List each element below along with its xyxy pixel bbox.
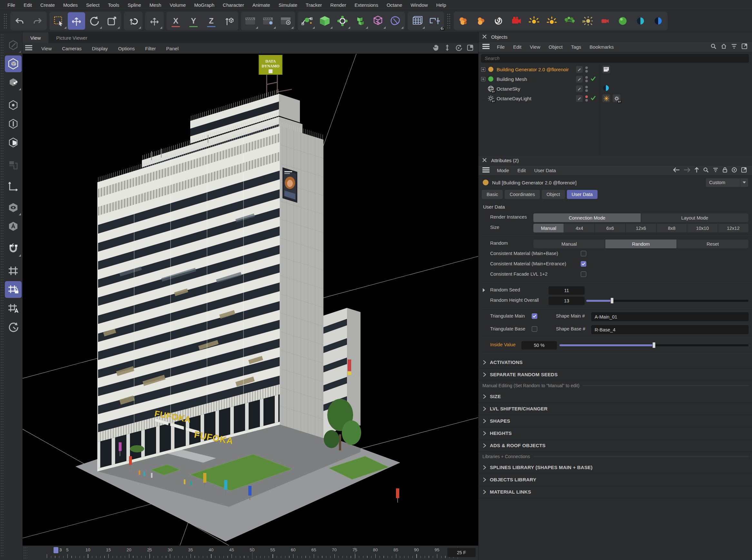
octane-restart-render-button[interactable] <box>472 12 490 29</box>
attributes-menu-item[interactable]: User Data <box>530 168 560 173</box>
menubar-item[interactable]: Create <box>36 2 59 8</box>
toolbar-grip[interactable] <box>3 14 7 28</box>
accordion-section[interactable]: ADS & ROOF OBJECTS <box>478 439 752 452</box>
tab-user-data[interactable]: User Data <box>567 190 597 199</box>
lock-y-axis-button[interactable]: Y <box>185 12 202 29</box>
menubar-item[interactable]: Select <box>82 2 104 8</box>
size-4x4-button[interactable]: 4x4 <box>564 224 594 233</box>
viewport-menu-item[interactable]: View <box>36 46 57 51</box>
enabled-check-icon[interactable] <box>590 96 596 102</box>
frame-field[interactable]: 25 F <box>447 548 476 557</box>
random-seed-input[interactable]: 11 <box>549 286 585 295</box>
object-name[interactable]: OctaneSky <box>497 86 520 92</box>
object-name[interactable]: Building Generator 2.0 @florenoir <box>497 67 569 72</box>
expand-icon[interactable] <box>481 77 485 81</box>
menubar-item[interactable]: File <box>3 2 19 8</box>
accordion-section[interactable]: MATERIAL LINKS <box>478 486 752 498</box>
objects-menu-item[interactable]: Bookmarks <box>585 44 618 49</box>
object-row-octanesky[interactable]: ST OctaneSky <box>478 84 752 94</box>
objects-hamburger-icon[interactable] <box>482 44 493 50</box>
tab-picture-viewer[interactable]: Picture Viewer <box>48 32 95 43</box>
layout-mode-button[interactable]: Layout Mode <box>641 214 749 222</box>
layer-edit-icon[interactable] <box>576 85 583 92</box>
random-height-input[interactable]: 13 <box>549 297 585 305</box>
fields-button[interactable] <box>387 12 404 29</box>
timeline[interactable]: 5101520253035404550556065707580859095100… <box>23 545 478 560</box>
menubar-item[interactable]: Edit <box>19 2 36 8</box>
tab-object[interactable]: Object <box>542 190 565 199</box>
layer-edit-icon[interactable] <box>576 66 583 73</box>
objects-menu-item[interactable]: View <box>526 44 544 49</box>
rail-grip[interactable] <box>1 34 4 558</box>
modeling-cluster-button[interactable] <box>334 12 351 29</box>
polygons-mode-button[interactable] <box>5 134 22 151</box>
add-cube-object-button[interactable] <box>316 12 333 29</box>
home-icon[interactable] <box>721 43 727 51</box>
viewport-menu-item[interactable]: Panel <box>161 46 183 51</box>
tweak-mode-button[interactable] <box>5 37 22 54</box>
filter-icon[interactable] <box>731 44 737 50</box>
last-tool-button[interactable] <box>124 12 142 29</box>
random-reset-button[interactable]: Reset <box>677 240 749 248</box>
menubar-item[interactable]: Modes <box>59 2 82 8</box>
search-icon[interactable] <box>703 167 709 174</box>
popout-icon[interactable] <box>741 167 747 174</box>
size-10x10-button[interactable]: 10x10 <box>687 224 717 233</box>
annotation-tag-icon[interactable] <box>602 65 610 73</box>
simulate-plane-button[interactable] <box>408 12 426 29</box>
accordion-section[interactable]: OBJECTS LIBRARY <box>478 474 752 486</box>
octane-livedb-button[interactable] <box>490 12 507 29</box>
octane-sun-button[interactable] <box>525 12 543 29</box>
visibility-dots[interactable] <box>585 66 588 73</box>
objects-menu-item[interactable]: Tags <box>567 44 586 49</box>
octane-material-button[interactable] <box>614 12 631 29</box>
lock-z-axis-button[interactable]: Z <box>202 12 220 29</box>
consistent-facade-checkbox[interactable] <box>581 272 586 277</box>
consistent-material-entrance-checkbox[interactable] <box>581 261 586 267</box>
inside-value-slider[interactable] <box>559 344 749 346</box>
undo-button[interactable] <box>11 12 28 29</box>
preset-dropdown[interactable]: Custom <box>706 178 748 187</box>
expand-icon[interactable] <box>481 67 485 72</box>
inside-value-input[interactable]: 50 % <box>521 341 557 349</box>
menubar-item[interactable]: Animate <box>248 2 274 8</box>
coordinate-system-button[interactable] <box>220 12 238 29</box>
visibility-dots[interactable] <box>585 96 588 102</box>
workplane-mode-button[interactable] <box>5 157 22 174</box>
triangulate-base-checkbox[interactable] <box>532 326 537 332</box>
objects-menu-item[interactable]: Edit <box>509 44 526 49</box>
search-icon[interactable] <box>710 43 716 51</box>
mograph-cloner-button[interactable] <box>369 12 387 29</box>
octane-texture-env-button[interactable] <box>632 12 649 29</box>
size-manual-button[interactable]: Manual <box>533 224 564 233</box>
viewport-menu-item[interactable]: Options <box>113 46 140 51</box>
render-picture-viewer-button[interactable] <box>259 12 277 29</box>
lock-x-axis-button[interactable]: X <box>167 12 184 29</box>
object-row-building-mesh[interactable]: Building Mesh <box>478 74 752 84</box>
rotate-tool[interactable] <box>85 12 103 29</box>
forward-arrow-icon[interactable] <box>684 167 690 174</box>
tab-basic[interactable]: Basic <box>482 190 503 199</box>
accordion-section[interactable]: SIZE <box>478 391 752 403</box>
size-8x8-button[interactable]: 8x8 <box>656 224 687 233</box>
orbit-icon[interactable] <box>455 44 462 53</box>
maximize-view-icon[interactable] <box>467 44 474 53</box>
lock-workplane-button[interactable] <box>5 281 22 298</box>
objects-menu-item[interactable]: Object <box>544 44 567 49</box>
edges-mode-button[interactable] <box>5 115 22 132</box>
target-icon[interactable] <box>731 167 737 174</box>
viewport-menu-item[interactable]: Display <box>87 46 113 51</box>
live-selection-tool[interactable] <box>50 12 67 29</box>
consistent-material-base-checkbox[interactable] <box>581 251 586 256</box>
menubar-item[interactable]: Tracker <box>301 2 326 8</box>
snap-toggle-button[interactable] <box>5 240 22 257</box>
viewport-menu-item[interactable]: Filter <box>140 46 161 51</box>
menubar-item[interactable]: Render <box>326 2 350 8</box>
timeline-playhead[interactable] <box>54 547 58 553</box>
menubar-item[interactable]: Window <box>406 2 432 8</box>
spline-pen-tool[interactable] <box>298 12 316 29</box>
shape-main-input[interactable]: A-Main_01 <box>591 313 749 321</box>
model-mode-button[interactable] <box>5 56 22 72</box>
pan-hand-icon[interactable] <box>432 44 439 53</box>
timeline-grip[interactable] <box>23 547 27 559</box>
